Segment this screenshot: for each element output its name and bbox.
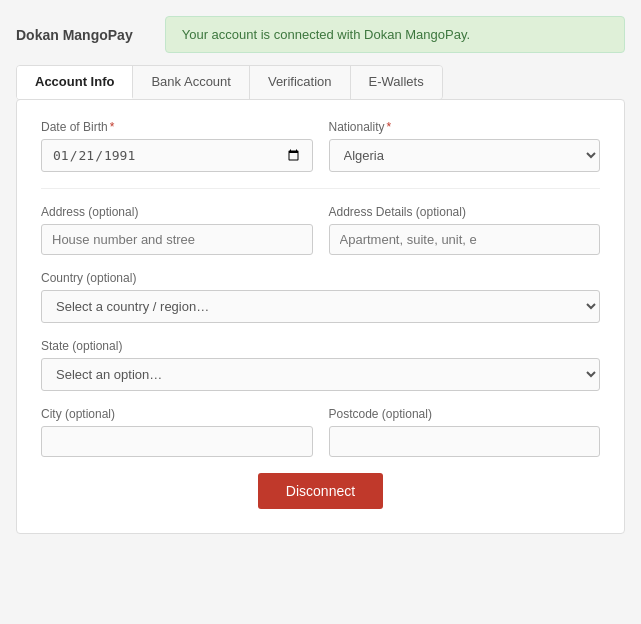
address-input[interactable]: [41, 224, 313, 255]
state-group: State (optional) Select an option…: [41, 339, 600, 391]
dob-input[interactable]: [41, 139, 313, 172]
address-label: Address (optional): [41, 205, 313, 219]
tab-bar: Account Info Bank Account Verification E…: [16, 65, 443, 100]
postcode-group: Postcode (optional): [329, 407, 601, 457]
country-label: Country (optional): [41, 271, 600, 285]
dob-label: Date of Birth*: [41, 120, 313, 134]
button-row: Disconnect: [41, 473, 600, 509]
nationality-group: Nationality* Algeria France United Kingd…: [329, 120, 601, 172]
address-details-label: Address Details (optional): [329, 205, 601, 219]
postcode-input[interactable]: [329, 426, 601, 457]
country-select[interactable]: Select a country / region… Algeria Franc…: [41, 290, 600, 323]
city-group: City (optional): [41, 407, 313, 457]
tab-ewallets[interactable]: E-Wallets: [351, 66, 442, 99]
postcode-label: Postcode (optional): [329, 407, 601, 421]
nationality-label: Nationality*: [329, 120, 601, 134]
address-group: Address (optional): [41, 205, 313, 255]
form-divider: [41, 188, 600, 189]
country-group: Country (optional) Select a country / re…: [41, 271, 600, 323]
tab-bank-account[interactable]: Bank Account: [133, 66, 250, 99]
dob-group: Date of Birth*: [41, 120, 313, 172]
address-details-input[interactable]: [329, 224, 601, 255]
success-banner: Your account is connected with Dokan Man…: [165, 16, 625, 53]
disconnect-button[interactable]: Disconnect: [258, 473, 383, 509]
state-select[interactable]: Select an option…: [41, 358, 600, 391]
state-label: State (optional): [41, 339, 600, 353]
account-info-card: Date of Birth* Nationality* Algeria Fran…: [16, 99, 625, 534]
page-title: Dokan MangoPay: [16, 27, 133, 43]
city-input[interactable]: [41, 426, 313, 457]
nationality-select[interactable]: Algeria France United Kingdom United Sta…: [329, 139, 601, 172]
address-details-group: Address Details (optional): [329, 205, 601, 255]
tab-account-info[interactable]: Account Info: [17, 66, 133, 99]
city-label: City (optional): [41, 407, 313, 421]
tab-verification[interactable]: Verification: [250, 66, 351, 99]
